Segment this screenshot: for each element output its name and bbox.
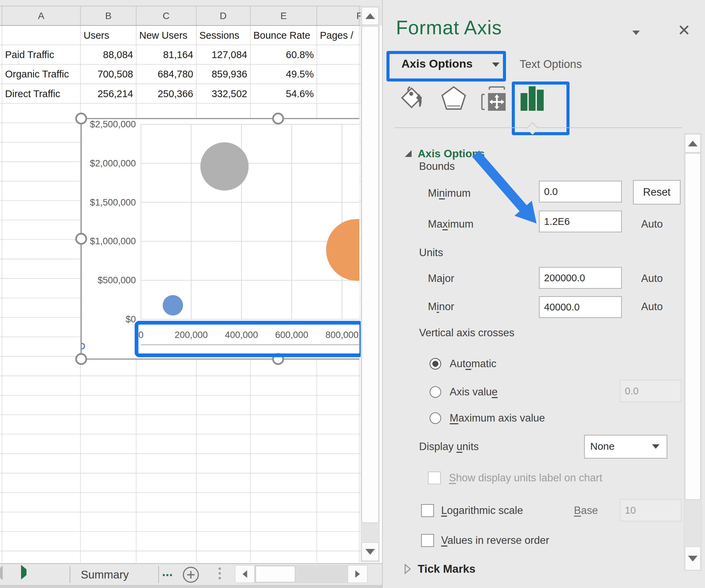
column-header-B[interactable]: B <box>105 11 112 21</box>
selection-handle[interactable] <box>273 113 283 124</box>
table-cell[interactable]: Paid Traffic <box>5 49 54 60</box>
svg-text:200,000: 200,000 <box>175 330 208 340</box>
maximum-auto-label: Auto <box>641 218 663 230</box>
vscroll-thumb[interactable] <box>362 26 379 523</box>
hscroll-thumb[interactable] <box>256 566 295 582</box>
axis-value-input <box>620 380 682 402</box>
column-header-D[interactable]: D <box>220 11 227 21</box>
tab-nav-next-icon[interactable] <box>21 569 26 575</box>
pane-close-icon[interactable]: ✕ <box>677 21 691 39</box>
maximum-axis-value-label[interactable]: Maximum axis value <box>450 412 545 424</box>
scroll-up-icon <box>365 13 375 19</box>
automatic-radio[interactable] <box>430 358 441 370</box>
scroll-up-button[interactable] <box>362 7 379 25</box>
svg-text:400,000: 400,000 <box>225 330 258 340</box>
selection-handle[interactable] <box>76 113 86 124</box>
fill-line-icon[interactable] <box>400 85 427 112</box>
column-header-A[interactable]: A <box>38 11 44 21</box>
pane-scroll-up-icon <box>688 141 698 146</box>
major-auto-label: Auto <box>641 272 663 285</box>
collapse-section-icon[interactable] <box>403 149 413 158</box>
svg-text:0: 0 <box>138 330 143 340</box>
bubble-direct-traffic[interactable] <box>200 142 249 191</box>
format-axis-pane: Format Axis ✕ Axis Options Text Options <box>382 0 705 588</box>
table-cell[interactable]: 88,084 <box>103 49 133 60</box>
table-cell[interactable]: Organic Traffic <box>5 69 69 79</box>
table-cell[interactable]: 60.8% <box>286 49 314 60</box>
pane-title: Format Axis <box>396 16 502 39</box>
table-cell[interactable]: Users <box>84 30 109 41</box>
svg-text:600,000: 600,000 <box>275 330 308 340</box>
table-cell[interactable]: New Users <box>139 30 187 41</box>
status-strip <box>0 585 382 588</box>
values-reverse-label[interactable]: Values in reverse order <box>441 534 549 547</box>
scroll-down-button[interactable] <box>362 542 379 561</box>
axis-value-radio[interactable] <box>430 386 441 398</box>
add-sheet-button[interactable] <box>182 566 200 584</box>
hscroll-right-button[interactable] <box>348 565 367 583</box>
table-cell[interactable]: 684,780 <box>158 69 193 79</box>
tab-axis-options[interactable]: Axis Options <box>401 57 473 70</box>
minimum-label: Minimum <box>428 187 471 199</box>
table-cell[interactable]: Sessions <box>199 30 239 41</box>
logarithmic-scale-checkbox[interactable] <box>421 504 434 517</box>
table-cell[interactable]: 859,936 <box>212 69 247 79</box>
pane-scroll-up-button[interactable] <box>685 134 701 153</box>
column-header-C[interactable]: C <box>163 11 169 21</box>
units-label: Units <box>419 247 443 259</box>
maximum-axis-value-radio[interactable] <box>430 412 441 424</box>
tab-axis-options-dropdown-icon[interactable] <box>492 63 500 67</box>
svg-text:$1,000,000: $1,000,000 <box>90 236 136 246</box>
bubble-paid-traffic[interactable] <box>163 295 183 316</box>
excel-window: ABCDEFUsersNew UsersSessionsBounce RateP… <box>0 0 705 588</box>
tab-text-options[interactable]: Text Options <box>520 58 582 71</box>
sheet-tab-summary[interactable]: Summary <box>81 568 129 581</box>
maximum-input[interactable] <box>539 211 622 232</box>
section-tick-marks[interactable]: Tick Marks <box>418 563 475 575</box>
tab-overflow-button[interactable]: ... <box>162 565 173 579</box>
svg-text:$2,500,000: $2,500,000 <box>90 119 136 129</box>
selection-handle[interactable] <box>76 354 86 364</box>
table-cell[interactable]: 250,366 <box>158 88 193 99</box>
display-units-dropdown[interactable]: None <box>584 435 667 459</box>
column-header-E[interactable]: E <box>281 11 287 21</box>
sheet-tab-bar: Summary ... <box>0 563 382 585</box>
bounds-label: Bounds <box>419 160 455 173</box>
automatic-label[interactable]: Automatic <box>450 358 496 370</box>
pane-menu-icon[interactable] <box>632 31 640 35</box>
minor-input[interactable] <box>539 296 622 318</box>
section-axis-options[interactable]: Axis Options <box>418 147 485 160</box>
logarithmic-scale-label[interactable]: Logarithmic scale <box>441 504 523 517</box>
tab-nav-first-icon[interactable] <box>0 570 3 576</box>
display-units-value: None <box>590 441 615 452</box>
size-properties-icon[interactable] <box>479 84 508 113</box>
display-units-dropdown-icon <box>652 444 659 449</box>
axis-value-label[interactable]: Axis value <box>450 386 498 398</box>
table-cell[interactable]: 54.6% <box>286 88 314 99</box>
values-reverse-checkbox[interactable] <box>421 534 434 547</box>
hscroll-left-button[interactable] <box>235 565 255 583</box>
table-cell[interactable]: Pages / <box>320 30 354 41</box>
effects-icon[interactable] <box>439 84 468 113</box>
table-cell[interactable]: 256,214 <box>97 88 133 99</box>
table-cell[interactable]: 81,164 <box>163 49 193 60</box>
table-cell[interactable]: Direct Traffic <box>5 88 60 99</box>
table-cell[interactable]: 49.5% <box>286 69 314 79</box>
reset-button[interactable]: Reset <box>633 180 681 204</box>
major-input[interactable] <box>539 267 622 289</box>
minimum-input[interactable] <box>539 181 622 202</box>
table-cell[interactable]: Bounce Rate <box>253 30 310 41</box>
major-label: Major <box>428 272 454 285</box>
table-cell[interactable]: 332,502 <box>212 88 247 99</box>
pane-scrollbar[interactable] <box>684 133 702 571</box>
pane-scroll-thumb[interactable] <box>685 153 701 500</box>
svg-text:$0: $0 <box>126 314 136 324</box>
tabbar-resize-handle-icon[interactable] <box>217 567 222 582</box>
table-cell[interactable]: 700,508 <box>97 69 133 79</box>
vertical-axis-crosses-label: Vertical axis crosses <box>419 327 514 339</box>
table-cell[interactable]: 127,084 <box>212 49 247 60</box>
pane-scroll-down-button[interactable] <box>685 547 701 570</box>
worksheet-vscrollbar[interactable] <box>361 6 380 562</box>
selection-handle[interactable] <box>76 234 86 244</box>
expand-section-icon[interactable] <box>404 564 412 575</box>
